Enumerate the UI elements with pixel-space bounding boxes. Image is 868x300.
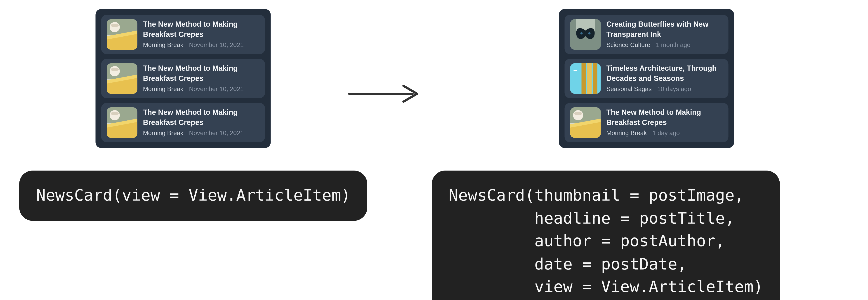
left-column: The New Method to Making Breakfast Crepe… <box>13 9 352 221</box>
news-card: The New Method to Making Breakfast Crepe… <box>101 103 265 142</box>
news-card: Timeless Architecture, Through Decades a… <box>565 59 728 98</box>
svg-rect-19 <box>587 63 592 94</box>
svg-point-3 <box>111 24 119 27</box>
code-snippet-right: NewsCard(thumbnail = postImage, headline… <box>432 171 780 300</box>
article-author: Morning Break <box>143 41 184 49</box>
article-title: Creating Butterflies with New Transparen… <box>607 19 723 39</box>
right-column: Creating Butterflies with New Transparen… <box>432 9 861 300</box>
article-author: Morning Break <box>143 129 184 137</box>
svg-rect-20 <box>593 63 597 94</box>
article-thumbnail <box>570 19 601 50</box>
article-thumbnail <box>107 107 137 138</box>
article-meta: Seasonal Sagas 10 days ago <box>607 86 723 93</box>
article-text: The New Method to Making Breakfast Crepe… <box>607 107 723 137</box>
news-card: The New Method to Making Breakfast Crepe… <box>565 103 728 142</box>
article-meta: Morning Break November 10, 2021 <box>143 86 259 93</box>
article-date: 1 month ago <box>656 41 690 49</box>
article-date: November 10, 2021 <box>189 86 244 93</box>
article-date: November 10, 2021 <box>189 129 244 137</box>
article-title: The New Method to Making Breakfast Crepe… <box>143 19 259 39</box>
article-author: Morning Break <box>607 129 647 137</box>
article-date: 10 days ago <box>657 86 691 93</box>
article-text: Creating Butterflies with New Transparen… <box>607 19 723 49</box>
article-meta: Science Culture 1 month ago <box>607 41 723 49</box>
article-thumbnail <box>107 63 137 94</box>
news-card: The New Method to Making Breakfast Crepe… <box>101 59 265 98</box>
svg-point-11 <box>111 112 119 115</box>
article-text: The New Method to Making Breakfast Crepe… <box>143 19 259 49</box>
article-title: The New Method to Making Breakfast Crepe… <box>143 107 259 127</box>
article-title: The New Method to Making Breakfast Crepe… <box>143 63 259 83</box>
news-card: The New Method to Making Breakfast Crepe… <box>101 15 265 54</box>
article-date: November 10, 2021 <box>189 41 244 49</box>
article-thumbnail <box>107 19 137 50</box>
article-thumbnail <box>570 63 601 94</box>
article-title: The New Method to Making Breakfast Crepe… <box>607 107 723 127</box>
article-author: Science Culture <box>607 41 650 49</box>
code-snippet-left: NewsCard(view = View.ArticleItem) <box>19 171 368 221</box>
article-list-left: The New Method to Making Breakfast Crepe… <box>96 9 271 148</box>
svg-point-24 <box>574 112 582 115</box>
article-text: The New Method to Making Breakfast Crepe… <box>143 107 259 137</box>
article-meta: Morning Break November 10, 2021 <box>143 129 259 137</box>
news-card: Creating Butterflies with New Transparen… <box>565 15 728 54</box>
article-text: The New Method to Making Breakfast Crepe… <box>143 63 259 93</box>
svg-rect-18 <box>582 63 586 94</box>
article-author: Seasonal Sagas <box>607 86 652 93</box>
arrow-icon <box>347 82 421 105</box>
article-text: Timeless Architecture, Through Decades a… <box>607 63 723 93</box>
svg-point-15 <box>581 32 583 35</box>
article-list-right: Creating Butterflies with New Transparen… <box>559 9 734 148</box>
article-title: Timeless Architecture, Through Decades a… <box>607 63 723 83</box>
article-thumbnail <box>570 107 601 138</box>
article-author: Morning Break <box>143 86 184 93</box>
article-meta: Morning Break November 10, 2021 <box>143 41 259 49</box>
svg-point-16 <box>588 32 591 35</box>
article-date: 1 day ago <box>652 129 680 137</box>
article-meta: Morning Break 1 day ago <box>607 129 723 137</box>
svg-point-7 <box>111 68 119 71</box>
